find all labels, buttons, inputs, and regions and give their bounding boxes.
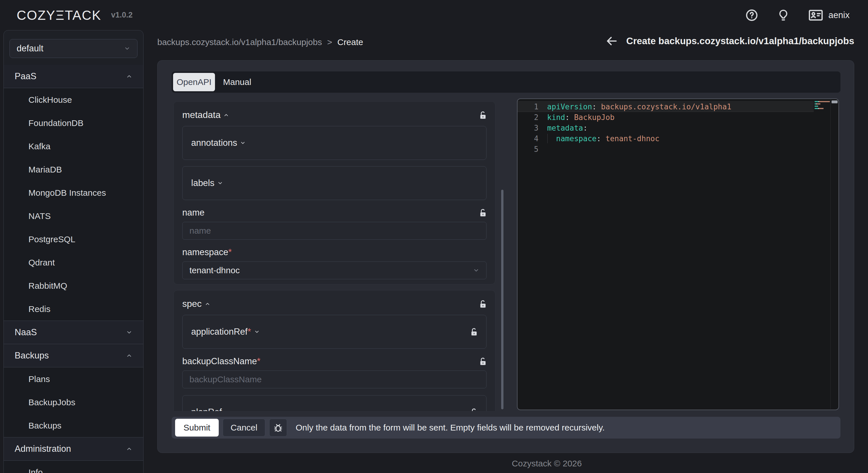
editor-lines: 1apiVersion: backups.cozystack.io/v1alph… — [518, 101, 814, 154]
tab-manual[interactable]: Manual — [223, 77, 251, 87]
minimap-line — [815, 106, 830, 107]
spec-card: spec applicationRef* — [174, 290, 495, 411]
annotations-group[interactable]: annotations — [182, 126, 487, 160]
code-text: metadata: — [547, 124, 588, 132]
theme-toggle-button[interactable] — [777, 9, 790, 22]
help-button[interactable] — [745, 9, 758, 22]
chevron-down-icon — [254, 329, 260, 335]
code-text: namespace: tenant-dhnoc — [547, 134, 659, 143]
tab-openapi[interactable]: OpenAPI — [173, 73, 215, 91]
header-actions: aenix — [745, 0, 849, 30]
breadcrumb-path[interactable]: backups.cozystack.io/v1alpha1/backupjobs — [157, 37, 322, 47]
cancel-button[interactable]: Cancel — [223, 419, 265, 437]
chevron-down-icon — [473, 267, 479, 274]
backup-class-name-input[interactable] — [182, 371, 487, 388]
editor-line[interactable]: 5 — [518, 144, 814, 154]
line-number: 2 — [518, 113, 547, 122]
spec-section-header[interactable]: spec — [182, 298, 487, 309]
sidebar-section-label: PaaS — [14, 71, 36, 82]
page-title: Create backups.cozystack.io/v1alpha1/bac… — [626, 36, 854, 46]
unlock-icon[interactable] — [479, 299, 487, 308]
breadcrumb-separator: > — [327, 37, 332, 47]
line-number: 3 — [518, 124, 547, 132]
submit-button[interactable]: Submit — [175, 419, 219, 437]
code-text: kind: BackupJob — [547, 113, 615, 122]
top-header: COZYΞTACK v1.0.2 — [0, 0, 868, 30]
application-ref-group[interactable]: applicationRef* — [182, 315, 487, 349]
sidebar-section-naas[interactable]: NaaS — [4, 321, 143, 344]
sidebar-item-backups[interactable]: Backups — [4, 414, 143, 437]
backup-class-name-label: backupClassName — [182, 356, 257, 366]
editor-line[interactable]: 2kind: BackupJob — [518, 112, 814, 123]
metadata-section-label: metadata — [182, 109, 220, 120]
sidebar-item-postgresql[interactable]: PostgreSQL — [4, 228, 143, 251]
unlock-icon[interactable] — [470, 408, 477, 411]
breadcrumb: backups.cozystack.io/v1alpha1/backupjobs… — [157, 37, 363, 47]
unlock-icon[interactable] — [470, 327, 477, 336]
sidebar-item-mongodb-instances[interactable]: MongoDB Instances — [4, 181, 143, 204]
form-actions-bar: Submit Cancel Only the data from the for… — [172, 417, 840, 439]
app-logo: COZYΞTACK — [17, 7, 101, 23]
sidebar-item-rabbitmq[interactable]: RabbitMQ — [4, 274, 143, 297]
yaml-editor[interactable]: 1apiVersion: backups.cozystack.io/v1alph… — [517, 98, 839, 410]
namespace-select[interactable]: default — [9, 39, 137, 58]
application-ref-label: applicationRef — [191, 327, 247, 337]
sidebar-item-redis[interactable]: Redis — [4, 297, 143, 321]
sidebar-section-administration[interactable]: Administration — [4, 437, 143, 461]
back-arrow-icon[interactable] — [605, 34, 618, 48]
chevron-down-icon — [126, 329, 132, 336]
sidebar-item-clickhouse[interactable]: ClickHouse — [4, 88, 143, 112]
sidebar-item-mariadb[interactable]: MariaDB — [4, 158, 143, 181]
editor-minimap[interactable] — [814, 100, 831, 409]
annotations-label: annotations — [191, 138, 237, 148]
backup-class-name-field-header: backupClassName* — [182, 356, 487, 367]
sidebar-section-backups[interactable]: Backups — [4, 344, 143, 367]
sidebar-item-plans[interactable]: Plans — [4, 367, 143, 390]
sidebar-item-nats[interactable]: NATS — [4, 204, 143, 228]
editor-line[interactable]: 4 namespace: tenant-dhnoc — [518, 133, 814, 144]
chevron-down-icon — [124, 45, 130, 52]
sidebar: default PaaSClickHouseFoundationDBKafkaM… — [3, 30, 144, 473]
unlock-icon[interactable] — [479, 209, 487, 217]
editor-line[interactable]: 3metadata: — [518, 123, 814, 133]
unlock-icon[interactable] — [479, 111, 487, 119]
sidebar-item-qdrant[interactable]: Qdrant — [4, 251, 143, 274]
user-menu[interactable]: aenix — [808, 9, 849, 22]
plan-ref-group[interactable]: planRef — [182, 395, 487, 411]
chevron-up-icon — [126, 73, 132, 80]
labels-group[interactable]: labels — [182, 166, 487, 200]
line-number: 4 — [518, 134, 547, 143]
sidebar-section-paas[interactable]: PaaS — [4, 65, 143, 88]
unlock-icon[interactable] — [479, 357, 487, 366]
footer-copyright: Cozystack © 2026 — [512, 459, 582, 468]
namespace-dropdown-value: tenant-dhnoc — [189, 265, 240, 275]
minimap-content — [815, 101, 830, 113]
create-resource-panel: OpenAPI Manual metadata — [157, 60, 854, 453]
minimap-slider[interactable] — [832, 100, 838, 103]
editor-line[interactable]: 1apiVersion: backups.cozystack.io/v1alph… — [518, 101, 814, 112]
chevron-down-icon — [240, 140, 246, 146]
namespace-dropdown[interactable]: tenant-dhnoc — [182, 261, 487, 279]
page-title-row: Create backups.cozystack.io/v1alpha1/bac… — [605, 34, 854, 48]
plan-ref-label: planRef — [191, 407, 222, 411]
app-version: v1.0.2 — [111, 11, 133, 20]
required-marker: * — [257, 356, 260, 366]
chevron-down-icon — [217, 180, 223, 186]
sidebar-item-kafka[interactable]: Kafka — [4, 135, 143, 158]
form-scrollbar[interactable] — [501, 190, 503, 409]
question-circle-icon — [745, 9, 758, 22]
sidebar-item-info[interactable]: Info — [4, 461, 143, 473]
sidebar-section-label: NaaS — [14, 327, 37, 338]
debug-button[interactable] — [269, 419, 287, 437]
line-number: 5 — [518, 145, 547, 154]
metadata-section-header[interactable]: metadata — [182, 109, 487, 120]
name-input[interactable] — [182, 222, 487, 240]
namespace-field-label: namespace — [182, 247, 228, 257]
sidebar-item-backupjobs[interactable]: BackupJobs — [4, 390, 143, 414]
sidebar-section-label: Administration — [14, 444, 71, 454]
sidebar-section-items: ClickHouseFoundationDBKafkaMariaDBMongoD… — [4, 88, 143, 321]
app-root: COZYΞTACK v1.0.2 — [0, 0, 868, 473]
namespace-select-value: default — [17, 43, 43, 54]
sidebar-item-foundationdb[interactable]: FoundationDB — [4, 112, 143, 135]
sidebar-sections: PaaSClickHouseFoundationDBKafkaMariaDBMo… — [4, 65, 143, 473]
